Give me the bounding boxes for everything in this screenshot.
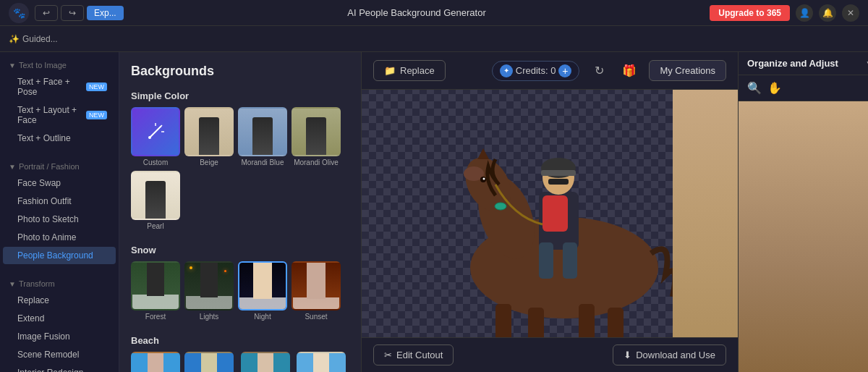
thumb-snow-forest-label: Forest xyxy=(145,313,166,321)
right-panel-chevron-icon[interactable]: ▼ xyxy=(865,59,868,69)
thumb-custom-img xyxy=(131,107,180,156)
close-icon[interactable]: ✕ xyxy=(842,4,859,22)
svg-point-24 xyxy=(495,203,506,210)
panel-title: Backgrounds xyxy=(119,52,361,85)
add-credits-button[interactable]: + xyxy=(558,64,571,77)
arrow-icon: ▼ xyxy=(9,163,16,171)
canvas-bottom: ✂ Edit Cutout ⬇ Download and Use xyxy=(362,337,738,372)
thumb-snow-night-label: Night xyxy=(254,313,271,321)
svg-rect-15 xyxy=(542,195,568,232)
user-icon[interactable]: 👤 xyxy=(796,4,813,22)
new-badge: NEW xyxy=(86,111,107,119)
arrow-icon: ▼ xyxy=(9,62,16,69)
wand-icon xyxy=(145,122,166,142)
right-panel-body xyxy=(739,101,868,372)
thumb-pearl-label: Pearl xyxy=(147,222,163,230)
thumb-snow-night[interactable]: Night xyxy=(238,261,287,321)
svg-marker-9 xyxy=(477,148,489,159)
sidebar-item-text-layout-face[interactable]: Text + Layout + Face NEW xyxy=(3,101,116,129)
redo-button[interactable]: ↪ xyxy=(61,5,84,21)
snow-thumbnails: Forest Lights Night xyxy=(119,261,361,329)
right-bg-strip xyxy=(673,90,738,337)
thumb-beige[interactable]: Beige xyxy=(184,107,234,166)
sidebar-item-face-swap[interactable]: Face Swap xyxy=(3,174,116,192)
thumb-beach-navagio[interactable]: Navagio xyxy=(184,352,234,372)
thumb-beach-aruba-img xyxy=(131,352,180,372)
right-bg-preview xyxy=(739,101,868,372)
secondbar: ✨ Guided... xyxy=(0,26,868,52)
sidebar-item-photo-sketch[interactable]: Photo to Sketch xyxy=(3,211,116,228)
credits-icon: ✦ xyxy=(500,64,513,77)
thumb-pearl-img xyxy=(131,171,180,220)
sidebar-group-portrait[interactable]: ▼ Portrait / Fashion xyxy=(0,159,119,174)
thumb-beach-aruba[interactable]: Aruba xyxy=(131,352,180,372)
thumb-beach-whitehaven-img xyxy=(297,352,346,372)
topbar: 🐾 ↩ ↪ Exp... AI People Background Genera… xyxy=(0,0,868,26)
right-panel: Organize and Adjust ▼ 🔍 ✋ xyxy=(738,52,868,372)
sidebar-item-scene-remodel[interactable]: Scene Remodel xyxy=(3,346,116,363)
upgrade-button[interactable]: Upgrade to 365 xyxy=(710,5,790,21)
arrow-icon: ▼ xyxy=(9,280,16,288)
beach-thumbnails: Aruba Navagio Spiaggia Grande Whitehaven xyxy=(119,352,361,372)
svg-point-4 xyxy=(148,136,151,139)
sidebar-item-fashion-outfit[interactable]: Fashion Outfit xyxy=(3,193,116,210)
thumb-morandi-olive[interactable]: Morandi Olive xyxy=(292,107,341,166)
backgrounds-panel: Backgrounds Simple Color Custom xyxy=(119,52,362,372)
sidebar-item-people-background[interactable]: People Background xyxy=(3,247,116,264)
thumb-snow-night-img xyxy=(238,261,287,310)
folder-icon: 📁 xyxy=(384,65,396,76)
sidebar-section-transform: ▼ Transform Replace Extend Image Fusion … xyxy=(0,271,119,372)
section-simple-color: Simple Color xyxy=(119,85,361,107)
svg-line-0 xyxy=(150,126,161,138)
main-layout: ▼ Text to Image Text + Face + Pose NEW T… xyxy=(0,52,868,372)
download-button[interactable]: ⬇ Download and Use xyxy=(613,344,726,365)
thumb-beach-spiaggia-img xyxy=(241,352,290,372)
section-beach: Beach xyxy=(119,329,361,352)
app-logo: 🐾 xyxy=(9,3,29,23)
thumb-snow-sunset[interactable]: Sunset xyxy=(292,261,341,321)
sidebar-item-image-fusion[interactable]: Image Fusion xyxy=(3,328,116,345)
undo-button[interactable]: ↩ xyxy=(35,5,58,21)
scissors-icon: ✂ xyxy=(384,350,392,360)
my-creations-button[interactable]: My Creations xyxy=(649,60,726,81)
app-title: AI People Background Generator xyxy=(347,7,486,18)
thumb-snow-lights[interactable]: Lights xyxy=(184,261,234,321)
thumb-custom[interactable]: Custom xyxy=(131,107,180,166)
thumb-snow-forest-img xyxy=(131,261,180,310)
simple-color-thumbnails: Custom Beige Morandi Blue Morandi Olive xyxy=(119,107,361,239)
topbar-right: Upgrade to 365 👤 🔔 ✕ xyxy=(710,4,859,22)
search-tool-button[interactable]: 🔍 xyxy=(747,81,762,95)
thumb-pearl[interactable]: Pearl xyxy=(131,171,180,230)
sidebar-group-transform[interactable]: ▼ Transform xyxy=(0,276,119,291)
sidebar-item-text-face-pose[interactable]: Text + Face + Pose NEW xyxy=(3,73,116,101)
thumb-snow-forest[interactable]: Forest xyxy=(131,261,180,321)
svg-rect-12 xyxy=(579,304,595,337)
guided-button[interactable]: ✨ Guided... xyxy=(9,34,58,44)
replace-button[interactable]: 📁 Replace xyxy=(373,60,446,81)
sidebar-item-interior-redesign[interactable]: Interior Redesign xyxy=(3,364,116,372)
hand-tool-button[interactable]: ✋ xyxy=(767,81,782,95)
refresh-button[interactable]: ↻ xyxy=(588,60,610,82)
svg-line-3 xyxy=(160,125,162,127)
sidebar-item-extend[interactable]: Extend xyxy=(3,310,116,327)
svg-rect-19 xyxy=(548,179,569,185)
thumb-snow-sunset-img xyxy=(292,261,341,310)
sidebar-group-text-to-image[interactable]: ▼ Text to Image xyxy=(0,58,119,72)
thumb-beach-spiaggia[interactable]: Spiaggia Grande xyxy=(238,352,292,372)
bell-icon[interactable]: 🔔 xyxy=(819,4,836,22)
sidebar-item-text-outline[interactable]: Text + Outline xyxy=(3,130,116,147)
edit-cutout-button[interactable]: ✂ Edit Cutout xyxy=(373,344,454,365)
svg-rect-20 xyxy=(539,242,553,279)
thumb-beige-img xyxy=(184,107,234,156)
thumb-morandi-blue[interactable]: Morandi Blue xyxy=(238,107,287,166)
gift-button[interactable]: 🎁 xyxy=(618,60,640,82)
right-panel-title: Organize and Adjust xyxy=(747,58,838,69)
svg-rect-11 xyxy=(528,308,544,337)
svg-rect-13 xyxy=(608,308,624,337)
thumb-snow-lights-img xyxy=(184,261,234,310)
thumb-beach-whitehaven[interactable]: Whitehaven xyxy=(297,352,346,372)
export-button[interactable]: Exp... xyxy=(87,6,124,20)
svg-point-23 xyxy=(483,178,485,180)
sidebar-item-photo-anime[interactable]: Photo to Anime xyxy=(3,229,116,246)
sidebar-item-replace[interactable]: Replace xyxy=(3,292,116,309)
